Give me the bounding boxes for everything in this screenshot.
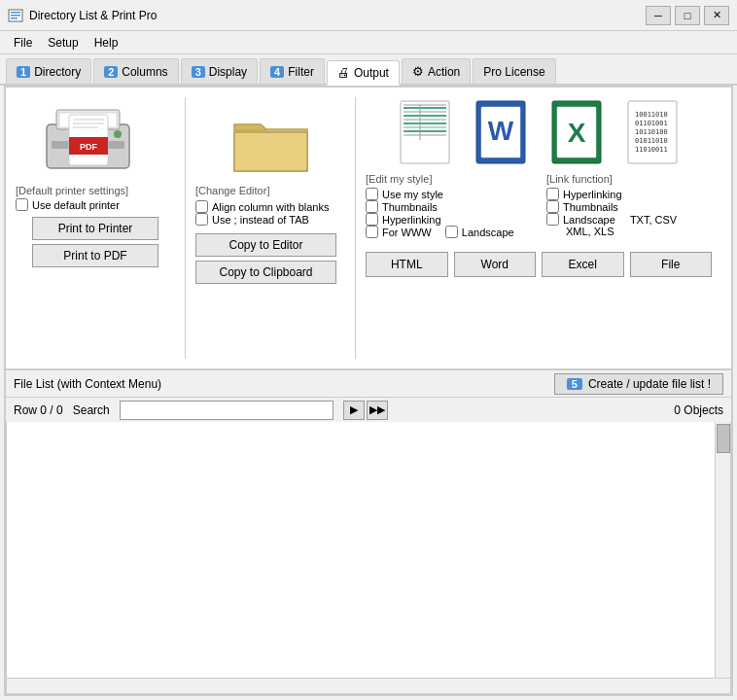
tab-directory[interactable]: 1 Directory xyxy=(6,58,91,84)
html-button[interactable]: HTML xyxy=(366,252,448,277)
printer-icon-area: PDF xyxy=(32,97,158,185)
search-last-button[interactable]: ▶▶ xyxy=(367,401,388,420)
use-semicolon-checkbox[interactable] xyxy=(195,213,208,226)
landscape-left-checkbox[interactable] xyxy=(445,226,458,238)
menu-help[interactable]: Help xyxy=(87,34,126,52)
svg-rect-17 xyxy=(404,107,446,109)
output-tab-icon: 🖨 xyxy=(337,65,350,80)
editor-section: [Change Editor] Align column with blanks… xyxy=(186,97,356,359)
print-to-pdf-button[interactable]: Print to PDF xyxy=(32,244,158,267)
row-info: Row 0 / 0 xyxy=(14,403,63,417)
svg-text:W: W xyxy=(488,116,514,146)
tab-output[interactable]: 🖨 Output xyxy=(327,60,400,86)
tab-prolicense-label: Pro License xyxy=(483,65,544,79)
thumbnails-right-row: Thumbnails xyxy=(546,200,712,213)
menu-file[interactable]: File xyxy=(6,34,40,52)
content-area: PDF [Default printer settings] Use defau… xyxy=(4,86,733,696)
status-bar: Row 0 / 0 Search ▶ ▶▶ 0 Objects xyxy=(6,397,731,422)
svg-text:PDF: PDF xyxy=(80,142,98,152)
align-column-checkbox[interactable] xyxy=(195,200,208,213)
search-nav: ▶ ▶▶ xyxy=(343,401,388,420)
use-default-printer-checkbox[interactable] xyxy=(16,198,28,211)
folder-icon-area xyxy=(195,97,345,185)
search-next-button[interactable]: ▶ xyxy=(343,401,365,420)
thumbnails-left-checkbox[interactable] xyxy=(366,200,378,213)
tab-action[interactable]: ⚙ Action xyxy=(402,58,471,84)
html-format-icon xyxy=(396,99,454,165)
link-function-label: [Link function] xyxy=(546,173,712,185)
file-list-label: File List (with Context Menu) xyxy=(14,377,544,391)
printer-section: PDF [Default printer settings] Use defau… xyxy=(16,97,186,359)
tab-filter-label: Filter xyxy=(288,65,314,79)
close-button[interactable]: ✕ xyxy=(704,6,729,25)
tab-filter[interactable]: 4 Filter xyxy=(260,58,325,84)
scrollbar-vertical[interactable] xyxy=(715,422,730,693)
printer-icon: PDF xyxy=(32,100,158,183)
svg-text:10011010: 10011010 xyxy=(635,111,668,119)
use-my-style-checkbox[interactable] xyxy=(366,188,378,200)
tab-columns-label: Columns xyxy=(122,65,167,79)
output-section: W X 10011 xyxy=(356,97,721,359)
word-button[interactable]: Word xyxy=(454,252,537,277)
title-bar: Directory List & Print Pro ─ □ ✕ xyxy=(0,0,737,31)
right-checkboxes: [Link function] Hyperlinking Thumbnails … xyxy=(546,173,712,238)
tab-action-label: Action xyxy=(428,65,460,79)
create-btn-label: Create / update file list ! xyxy=(588,377,711,391)
svg-rect-1 xyxy=(11,12,20,14)
app-window: Directory List & Print Pro ─ □ ✕ File Se… xyxy=(0,0,737,700)
tab-display[interactable]: 3 Display xyxy=(181,58,258,84)
format-buttons: HTML Word Excel File xyxy=(366,252,712,277)
action-tab-icon: ⚙ xyxy=(412,64,424,79)
minimize-button[interactable]: ─ xyxy=(646,6,671,25)
print-to-printer-button[interactable]: Print to Printer xyxy=(32,217,158,240)
copy-to-clipboard-button[interactable]: Copy to Clipboard xyxy=(195,261,336,284)
svg-text:01011010: 01011010 xyxy=(635,137,668,145)
svg-rect-15 xyxy=(234,132,307,171)
search-input[interactable] xyxy=(120,401,333,420)
maximize-button[interactable]: □ xyxy=(675,6,700,25)
hyperlinking-right-checkbox[interactable] xyxy=(546,188,559,200)
svg-rect-23 xyxy=(404,130,446,132)
left-checkboxes: [Edit my style] Use my style Thumbnails … xyxy=(366,173,531,238)
title-bar-left: Directory List & Print Pro xyxy=(8,8,157,23)
output-checkboxes: [Edit my style] Use my style Thumbnails … xyxy=(366,173,712,238)
hyperlinking-right-label: Hyperlinking xyxy=(563,189,622,200)
svg-rect-2 xyxy=(11,15,20,17)
use-default-printer-label: Use default printer xyxy=(32,199,120,211)
tab-prolicense[interactable]: Pro License xyxy=(473,58,555,84)
thumbnails-right-label: Thumbnails xyxy=(563,201,618,213)
html-icon-area xyxy=(391,97,459,167)
hyperlinking-left-row: Hyperlinking xyxy=(366,213,531,226)
svg-rect-3 xyxy=(11,18,18,19)
hyperlinking-left-label: Hyperlinking xyxy=(382,214,441,226)
excel-button[interactable]: Excel xyxy=(542,252,624,277)
landscape-left-label: Landscape xyxy=(462,227,514,238)
hyperlinking-left-checkbox[interactable] xyxy=(366,213,378,226)
file-format-icon: 10011010 01101001 10110100 01011010 1101… xyxy=(623,99,682,165)
use-semicolon-label: Use ; instead of TAB xyxy=(212,214,309,226)
svg-rect-18 xyxy=(404,111,446,113)
use-default-printer-row: Use default printer xyxy=(16,198,120,211)
create-file-list-button[interactable]: 5 Create / update file list ! xyxy=(554,373,723,395)
use-semicolon-row: Use ; instead of TAB xyxy=(195,213,309,226)
svg-rect-22 xyxy=(404,126,446,128)
tab-columns[interactable]: 2 Columns xyxy=(93,58,178,84)
file-button[interactable]: File xyxy=(630,252,713,277)
thumbnails-right-checkbox[interactable] xyxy=(546,200,559,213)
xml-xls-label: XML, XLS xyxy=(566,226,712,237)
search-label: Search xyxy=(73,403,110,417)
copy-to-editor-button[interactable]: Copy to Editor xyxy=(195,233,336,257)
for-www-checkbox[interactable] xyxy=(366,226,378,238)
scrollbar-horizontal[interactable] xyxy=(7,678,730,693)
align-column-label: Align column with blanks xyxy=(212,201,329,213)
svg-rect-19 xyxy=(404,115,446,117)
menu-setup[interactable]: Setup xyxy=(40,34,86,52)
tab-output-label: Output xyxy=(354,66,389,80)
output-icons-container: W X 10011 xyxy=(366,97,712,167)
scrollbar-thumb-v[interactable] xyxy=(717,424,730,453)
main-panel: PDF [Default printer settings] Use defau… xyxy=(6,88,731,369)
landscape-right-checkbox[interactable] xyxy=(546,213,559,226)
for-www-row: For WWW Landscape xyxy=(366,226,531,238)
for-www-label: For WWW xyxy=(382,227,432,238)
edit-style-label: [Edit my style] xyxy=(366,173,531,185)
